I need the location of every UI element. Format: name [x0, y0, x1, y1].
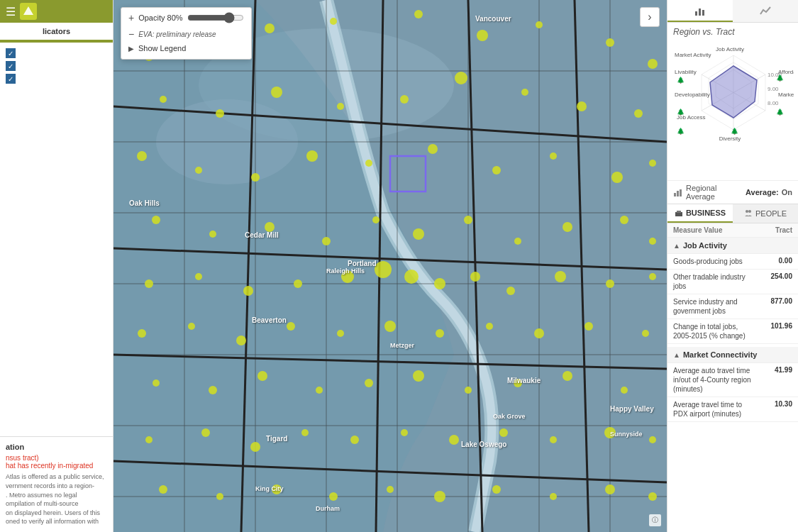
svg-point-71 [188, 323, 195, 330]
svg-point-77 [486, 323, 493, 330]
radar-area: 10.00 9.00 8.00 Job Activity Affordabili… [667, 38, 798, 180]
region-vs-tract-label: Region vs. Tract [667, 23, 798, 38]
map-container[interactable]: + Opacity 80% − EVA: preliminary release… [113, 0, 667, 532]
svg-text:8.00: 8.00 [767, 100, 779, 106]
svg-point-73 [287, 322, 295, 331]
svg-rect-114 [702, 10, 704, 16]
svg-point-84 [316, 387, 323, 394]
svg-point-81 [153, 379, 160, 387]
svg-point-39 [306, 150, 318, 162]
svg-point-42 [492, 166, 501, 174]
svg-point-101 [649, 436, 656, 443]
svg-point-52 [464, 216, 472, 224]
svg-text:Diversity: Diversity [719, 135, 741, 142]
svg-point-82 [209, 386, 217, 394]
svg-rect-143 [677, 211, 681, 213]
svg-point-80 [642, 330, 649, 337]
row-auto-travel: Average auto travel time in/out of 4-Cou… [667, 363, 798, 397]
map-toggle-button[interactable]: › [640, 7, 660, 27]
svg-text:Market Co...: Market Co... [778, 92, 794, 98]
svg-point-34 [577, 101, 587, 111]
svg-point-25 [606, 38, 614, 47]
svg-point-78 [534, 328, 544, 338]
people-icon [744, 209, 753, 218]
svg-point-65 [470, 272, 480, 282]
section-header-job-activity[interactable]: ▲ Job Activity [667, 238, 798, 254]
tab-chart[interactable] [667, 0, 733, 22]
indicator-row-2: ✓ [6, 61, 107, 71]
svg-point-75 [384, 321, 396, 332]
svg-point-59 [243, 286, 253, 296]
section-header-market-connectivity[interactable]: ▲ Market Connectivity [667, 347, 798, 363]
section-title-market-connectivity: Market Connectivity [683, 350, 758, 359]
row-service-industry: Service industry and government jobs 877… [667, 294, 798, 319]
th-measure: Measure Value [673, 226, 753, 234]
map-attribution: ⓘ [649, 514, 661, 526]
svg-point-72 [236, 336, 246, 345]
city-label-happy-valley: Happy Valley [610, 405, 654, 413]
svg-point-106 [387, 486, 394, 493]
svg-rect-141 [680, 189, 682, 196]
bp-tab-business[interactable]: BUSINESS [667, 204, 733, 223]
right-panel: Region vs. Tract 10.00 9.00 8.00 Job A [667, 0, 798, 532]
city-label-raleigh-hills: Raleigh Hills [326, 267, 365, 275]
bp-tab-people[interactable]: PEOPLE [733, 204, 798, 223]
value-goods-producing: 0.00 [753, 257, 792, 265]
svg-point-53 [514, 238, 521, 245]
collapse-icon-market-conn: ▲ [673, 351, 680, 359]
table-body[interactable]: ▲ Job Activity Goods-producing jobs 0.00… [667, 238, 798, 532]
svg-point-97 [449, 435, 459, 445]
tab-indicators[interactable]: licators [0, 23, 113, 41]
svg-point-51 [413, 228, 424, 240]
svg-point-99 [550, 436, 557, 443]
svg-point-64 [434, 278, 445, 289]
svg-point-145 [748, 210, 751, 213]
svg-point-67 [555, 271, 566, 282]
opacity-popup: + Opacity 80% − EVA: preliminary release… [121, 7, 252, 60]
svg-point-102 [159, 485, 167, 494]
bar-chart-icon [673, 187, 683, 197]
hamburger-icon[interactable]: ☰ [6, 5, 16, 18]
svg-point-55 [620, 216, 628, 224]
tab-line[interactable] [733, 0, 798, 22]
svg-point-144 [746, 210, 748, 213]
svg-point-90 [621, 387, 628, 394]
svg-point-69 [649, 273, 656, 280]
measure-auto-travel: Average auto travel time in/out of 4-Cou… [673, 366, 753, 394]
collapse-icon-job-activity: ▲ [673, 242, 680, 250]
svg-point-74 [337, 330, 344, 337]
left-panel: ☰ licators ✓ ✓ ✓ ation nsus tract) hat h… [0, 0, 113, 532]
svg-point-36 [137, 151, 147, 161]
svg-point-30 [337, 103, 344, 110]
svg-point-87 [465, 387, 472, 394]
city-label-sunnyside: Sunnyside [610, 431, 643, 438]
svg-point-91 [145, 436, 153, 443]
map-svg[interactable]: Vancouver Portland Beaverton Lake Oswego… [113, 0, 667, 532]
business-icon [675, 209, 683, 217]
value-auto-travel: 41.99 [753, 366, 792, 374]
show-legend-row[interactable]: ▶ Show Legend [128, 42, 244, 55]
checkbox-3[interactable]: ✓ [6, 74, 16, 84]
opacity-slider[interactable] [187, 12, 244, 23]
checkbox-1[interactable]: ✓ [6, 48, 16, 58]
svg-point-68 [606, 279, 614, 288]
svg-point-24 [536, 21, 543, 28]
bp-tabs: BUSINESS PEOPLE [667, 204, 798, 223]
svg-rect-140 [677, 191, 679, 196]
svg-point-83 [257, 371, 267, 381]
value-service-industry: 877.00 [753, 297, 792, 305]
svg-text:9.00: 9.00 [767, 86, 779, 92]
eva-row: − EVA: preliminary release [128, 26, 244, 42]
city-label-oak-hills: Oak Hills [129, 199, 160, 207]
svg-point-32 [455, 72, 467, 84]
city-label-lake-oswego: Lake Oswego [461, 440, 506, 448]
svg-text:🌲: 🌲 [677, 127, 685, 135]
svg-point-27 [160, 96, 167, 103]
opacity-label: Opacity 80% [138, 13, 182, 22]
regional-average-row: Regional Average Average: On [667, 180, 798, 204]
svg-point-79 [584, 322, 593, 331]
checkbox-2[interactable]: ✓ [6, 61, 16, 71]
business-label: BUSINESS [686, 209, 726, 217]
svg-rect-112 [695, 11, 697, 16]
svg-point-60 [294, 279, 302, 288]
